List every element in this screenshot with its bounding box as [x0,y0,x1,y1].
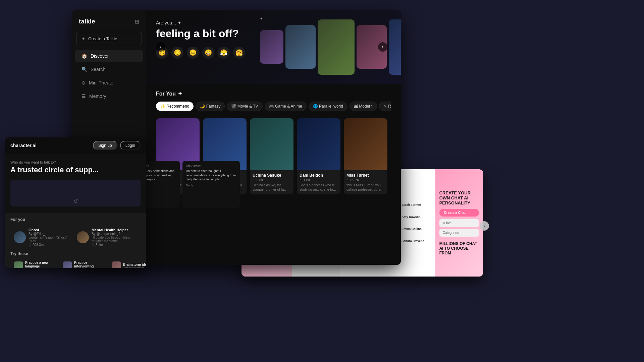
char-tile-dani-img [297,118,340,170]
tab-rpg[interactable]: ⚔ RPG [379,102,391,111]
chai-hero-title: A trusted circle of supp... [10,166,141,174]
theater-icon: ⊙ [82,80,86,85]
chai-suggestions: Practice a new language with HyperGlot P… [5,256,146,268]
hero-nav-right[interactable]: › [378,42,387,52]
right-arrow-icon: › [382,45,383,49]
create-talkie-button[interactable]: ＋ Create a Talkie [76,32,142,45]
emoji-angry[interactable]: 😤 [218,47,230,59]
chai-for-you-label: For you [5,213,146,226]
chai-char-ghost-info: Ghost By @Fritz_ Lieutenant Simon "Ghost… [29,228,67,247]
chai-char-ghost-by: By @Fritz_ [29,232,67,236]
chai-char-mental-name: Mental Health Helper [92,228,137,232]
sidebar-item-memory-label: Memory [89,94,106,99]
suggestion-brainstorm-sub: with Brainstormer [123,266,146,268]
chat-name-3: Emma Collins [401,227,422,231]
chai-millions: MILLIONS OF CHAT AI TO CHOOSE FROM [439,241,479,255]
create-talkie-label: Create a Talkie [88,36,117,41]
chai-suggestion-brainstorm[interactable]: Brainstorm ideas with Brainstormer [108,258,146,268]
chai-char-mental-by: By @storywinning2 [92,232,137,236]
hero-char-1[interactable] [260,30,283,64]
chai-logo: character.ai [10,143,37,148]
emoji-neutral[interactable]: 😐 [187,47,199,59]
tab-fantasy[interactable]: 🌙 Fantasy [196,102,225,111]
sidebar-item-discover-label: Discover [91,53,109,59]
chai-suggestion-language-text: Practice a new language with HyperGlot [25,261,54,268]
char-desc-sasuke: Uchiha Sasuke, the younger brother of It… [253,183,291,192]
chai-login-button[interactable]: Login [120,141,141,150]
character-ai-window: character.ai Sign up Login Who do you wa… [5,137,146,268]
char-stats-miss-turnet: ① 85.7K [346,178,385,182]
hero-char-3[interactable] [318,19,355,75]
chai-char-ghost[interactable]: Ghost By @Fritz_ Lieutenant Simon "Ghost… [10,226,71,249]
emoji-laugh[interactable]: 😄 [202,47,214,59]
brainstorm-icon [112,261,121,268]
char-desc-dani: She's a princess who is studying magic, … [300,183,338,192]
sidebar-toggle-icon[interactable]: ⊞ [135,18,139,25]
chai-char-mental-avatar [77,231,89,243]
char-tile-miss-turnet-img [344,118,387,170]
tab-recommend[interactable]: ✨ Recommend [156,102,194,111]
char-name-miss-turnet: Miss Turnet [346,173,385,178]
chai-chat-preview: ↺ [10,180,141,206]
char-tile-dani[interactable]: Dani Beldon ① 1.0K She's a princess who … [297,118,340,194]
chai-create-input-name[interactable]: ✏ lola [439,219,479,227]
suggestion-interview-title: Practice interviewing [74,261,103,268]
conv-panel-2-msg: I'm here to offer thoughtful recommendat… [186,169,236,182]
chai-char-mental-stat: ♡ 3.1m [92,243,137,247]
sidebar-item-search[interactable]: 🔍 Search [75,63,143,75]
chai-signup-button[interactable]: Sign up [93,141,117,150]
hero-char-5[interactable] [389,19,401,75]
tab-movie-tv[interactable]: 🎬 Movie & TV [227,102,262,111]
chai-try-these-label: Try these [5,249,146,256]
tab-game-anime[interactable]: 🎮 Game & Anime [265,102,307,111]
char-tile-dani-info: Dani Beldon ① 1.0K She's a princess who … [297,170,340,194]
chai-platform-panel-5: CREATE YOUR OWN CHAT AI PERSONALITY Crea… [435,169,483,277]
for-you-title: For You ✦ [156,90,391,97]
hero-char-1-img [260,30,283,64]
char-name-dani: Dani Beldon [300,173,338,178]
chai-char-mental[interactable]: Mental Health Helper By @storywinning2 I… [73,226,141,249]
chai-platform-nav-right[interactable]: › [480,221,489,231]
char-name-sasuke: Uchiha Sasuke [253,173,291,178]
chai-char-ghost-desc: Lieutenant Simon "Ghost" Riley [29,236,67,243]
char-stats-sasuke: ① 9.8K [253,178,291,182]
sidebar-item-theater[interactable]: ⊙ Mini Theater [75,77,143,89]
plus-icon: ＋ [81,36,86,42]
for-you-title-text: For You [156,91,176,97]
char-tile-sasuke-info: Uchiha Sasuke ① 9.8K Uchiha Sasuke, the … [250,170,293,194]
app-logo: talkie [79,18,95,25]
char-tile-miss-turnet[interactable]: Miss Turnet ① 85.7K this is Miss Turner,… [344,118,387,194]
refresh-icon[interactable]: ↺ [73,198,78,204]
tab-parallel-world[interactable]: 🌐 Parallel world [309,102,347,111]
emoji-sad[interactable]: 😔 [171,47,183,59]
hero-char-5-img [389,19,401,75]
chat-name-4: Sandra Stevens [401,239,424,243]
chai-suggestion-interview[interactable]: Practice interviewing with Interviewer [59,258,106,268]
emoji-hug[interactable]: 🤗 [233,47,245,59]
sidebar-item-discover[interactable]: 🏠 Discover [75,50,143,62]
tab-modern[interactable]: 🏙 Modern [350,102,377,111]
sidebar-item-memory[interactable]: ☰ Memory [75,90,143,102]
chai-create-input-category[interactable]: Categories [439,229,479,237]
hero-nav-left[interactable]: ‹ [156,42,165,52]
chai-create-heading: CREATE YOUR OWN CHAT AI PERSONALITY [439,190,479,205]
suggestion-brainstorm-title: Brainstorm ideas [123,263,146,266]
sidebar-item-theater-label: Mini Theater [89,80,115,85]
chai-create-btn[interactable]: Create a Chat [439,209,479,217]
conv-panel-2-reply[interactable]: Reply... [186,184,236,187]
chai-char-ghost-stat: ♡ 208.3m [29,243,67,247]
hero-char-2-img [285,25,316,69]
category-tabs: ✨ Recommend 🌙 Fantasy 🎬 Movie & TV 🎮 Gam… [156,102,391,113]
left-arrow-icon: ‹ [160,45,161,49]
chai-suggestion-brainstorm-text: Brainstorm ideas with Brainstormer [123,263,146,268]
hero-char-3-img [318,19,355,75]
char-desc-miss-turnet: this is Miss Turner, you collage profess… [346,183,385,192]
hero-char-2[interactable] [285,25,316,69]
hero-banner: ✦ ✦ ✦ ‹ Are you... ✦ feeling a bit off? … [146,10,401,84]
char-tile-sasuke[interactable]: Uchiha Sasuke ① 9.8K Uchiha Sasuke, the … [250,118,293,194]
memory-icon: ☰ [82,94,86,99]
chai-suggestion-language[interactable]: Practice a new language with HyperGlot [10,258,57,268]
chat-name-2: Amy Dawson [401,215,421,219]
chai-auth-buttons: Sign up Login [93,141,141,150]
chai-char-ghost-avatar [14,231,26,243]
